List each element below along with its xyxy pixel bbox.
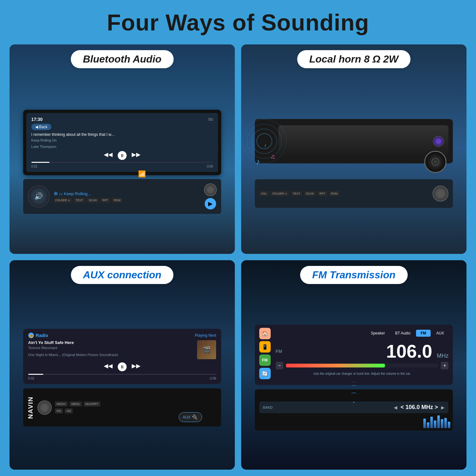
tab-bt-audio[interactable]: BT Audio	[391, 330, 415, 337]
bluetooth-time-labels: 0:01 -3:06	[31, 165, 213, 168]
aux-radio-label: 📻 Radio	[28, 333, 48, 338]
horn-label: Local horn 8 Ω 2W	[297, 50, 410, 68]
aux-controls: ◀◀ ⏸ ▶▶	[28, 362, 216, 371]
aux-car-interior: NAVIN MEDIA MENU MUX/RPT FM AM	[23, 388, 221, 426]
horn-text-btn[interactable]: TEXT	[291, 191, 302, 196]
eq-bar-1	[423, 419, 426, 428]
aux-artist: Terence Blanchard	[28, 346, 194, 350]
aux-progress-fill	[28, 374, 43, 375]
rpt-btn[interactable]: RPT	[101, 198, 110, 203]
rom-btn[interactable]: ROM	[112, 198, 122, 203]
folder-btn[interactable]: FOLDER ∧	[54, 198, 72, 203]
horn-volume-knob[interactable]	[433, 186, 448, 202]
aux-cable-icon: 🔌	[192, 414, 198, 420]
fm-screen: 🏠 📱 FM 🔄 Speaker BT Audio FM AUX	[255, 325, 453, 385]
aux-album: One Night In Miami... (Original Motion P…	[28, 353, 194, 357]
back-button[interactable]: ◀ Back	[31, 124, 51, 130]
horn-folder-btn[interactable]: FOLDER ∧	[271, 191, 289, 196]
horn-vol-btn[interactable]: VOL	[259, 191, 269, 196]
camera-lens	[433, 136, 444, 147]
mux-rpt-btn[interactable]: MUX/RPT	[84, 401, 101, 407]
music-note-blue-icon: ♪	[256, 157, 260, 167]
pause-button[interactable]: ⏸	[118, 151, 127, 160]
aux-rewind-icon[interactable]: ◀◀	[104, 362, 113, 371]
forward-icon[interactable]: ▶▶	[132, 151, 141, 160]
aux-knob[interactable]	[37, 400, 52, 415]
car-volume-knob[interactable]	[204, 183, 217, 196]
elapsed-time: 0:01	[31, 165, 37, 168]
eq-bar-2	[427, 422, 429, 428]
aux-elapsed: 0:02	[28, 377, 34, 380]
radio-icon: 📻	[28, 333, 34, 338]
tab-fm[interactable]: FM	[416, 330, 430, 337]
refresh-app-icon[interactable]: 🔄	[259, 368, 271, 379]
am-btn[interactable]: AM	[65, 408, 73, 413]
horn-rom-btn[interactable]: ROM	[329, 191, 340, 196]
carplay-icon: ▶	[205, 198, 216, 209]
bluetooth-bg: 17:30 5G ◀ Back I remember thinking abou…	[10, 44, 235, 254]
rewind-icon[interactable]: ◀◀	[104, 151, 113, 160]
fm-mhz: MHz	[437, 353, 448, 359]
aux-plug-text: AUX	[183, 415, 191, 420]
fm-app-icon[interactable]: FM	[259, 354, 271, 366]
fm-car-right-arrow[interactable]: ▶	[441, 405, 445, 410]
aux-progress-bar	[28, 374, 216, 375]
bluetooth-signal: 5G	[208, 117, 213, 121]
bluetooth-keep-rolling: Keep Rolling On	[31, 138, 213, 142]
scan-btn[interactable]: SCAN	[87, 198, 99, 203]
fm-plus-button[interactable]: +	[441, 362, 448, 369]
dashcam-area: ♪ ♫ ♪	[255, 119, 453, 163]
bluetooth-time: 17:30	[31, 117, 43, 122]
four-ways-grid: Bluetooth Audio 17:30 5G ◀ Back I rememb…	[10, 44, 466, 470]
fm-car-freq-text: < 106.0 MHz >	[400, 404, 438, 411]
eq-bar-6	[441, 419, 443, 428]
tab-speaker[interactable]: Speaker	[366, 330, 389, 337]
aux-remaining: -2:06	[209, 377, 216, 380]
subwoofer-center	[432, 158, 439, 166]
text-btn[interactable]: TEXT	[74, 198, 85, 203]
aux-radio-text: Radio	[36, 333, 48, 338]
home-app-icon[interactable]: 🏠	[259, 328, 271, 339]
aux-car-button-row1: MEDIA MENU MUX/RPT	[55, 401, 215, 407]
fm-right-content: Speaker BT Audio FM AUX FM 106.0 MHz	[271, 330, 449, 377]
fm-car-interior: ⌒ ⌒ ⌒ ● BAND ◀ < 106.0 MHz > ▶	[255, 389, 453, 431]
aux-car-left: NAVIN	[27, 396, 52, 419]
aux-song-title: Ain't Yo Stuff Safe Here	[28, 340, 194, 345]
fm-minus-button[interactable]: −	[276, 362, 283, 369]
subwoofer-img	[424, 151, 446, 173]
music-note-small-icon: ♪	[264, 142, 267, 148]
fm-car-left-arrow[interactable]: ◀	[394, 405, 397, 410]
media-btn[interactable]: MEDIA	[55, 401, 68, 407]
bluetooth-car-interior: 📶 🔊 ⊕ ♪♪ Keep Rolling... FOLDER ∧ TEXT S…	[23, 179, 221, 214]
eq-bar-7	[444, 418, 447, 428]
fm-eq-bars	[423, 415, 450, 428]
aux-pause-button[interactable]: ⏸	[118, 362, 127, 371]
aux-forward-icon[interactable]: ▶▶	[132, 362, 141, 371]
bluetooth-screen-header: 17:30 5G	[31, 117, 213, 122]
fm-freq-row: FM 106.0 MHz	[276, 340, 449, 362]
fm-note-text: Use the original car charger or buck lin…	[276, 372, 449, 375]
car-status-area: ⊕ ♪♪ Keep Rolling... FOLDER ∧ TEXT SCAN …	[50, 190, 204, 203]
fm-btn[interactable]: FM	[55, 408, 63, 413]
tab-aux[interactable]: AUX	[432, 330, 449, 337]
wifi-bottom-arc: ⌒	[350, 391, 357, 401]
aux-label: AUX connection	[71, 266, 173, 284]
bluetooth-car-status: ♪♪ Keep Rolling...	[59, 191, 91, 196]
eq-bar-8	[448, 422, 450, 428]
eq-bar-3	[430, 417, 433, 428]
aux-screen-header: 📻 Radio Playing Next	[28, 333, 216, 338]
wifi-dot: ●	[350, 401, 357, 404]
bluetooth-artist: Luke Thompson	[31, 145, 213, 149]
aux-screen: 📻 Radio Playing Next Ain't Yo Stuff Safe…	[23, 329, 221, 384]
car-speaker-icon: 🔊	[28, 185, 50, 208]
horn-rpt-btn[interactable]: RPT	[318, 191, 327, 196]
eq-bar-4	[434, 420, 436, 428]
yellow-app-icon[interactable]: 📱	[259, 341, 271, 353]
horn-cell: Local horn 8 Ω 2W	[241, 44, 466, 254]
menu-btn[interactable]: MENU	[69, 401, 82, 407]
horn-label-text: Local horn 8 Ω 2W	[309, 53, 398, 65]
horn-scan-btn[interactable]: SCAN	[304, 191, 316, 196]
fm-app-icons: 🏠 📱 FM 🔄	[259, 328, 271, 379]
fm-car-band-label: BAND	[263, 406, 273, 409]
fm-cell: FM Transmission 🏠 📱 FM 🔄 Speaker	[241, 260, 466, 470]
